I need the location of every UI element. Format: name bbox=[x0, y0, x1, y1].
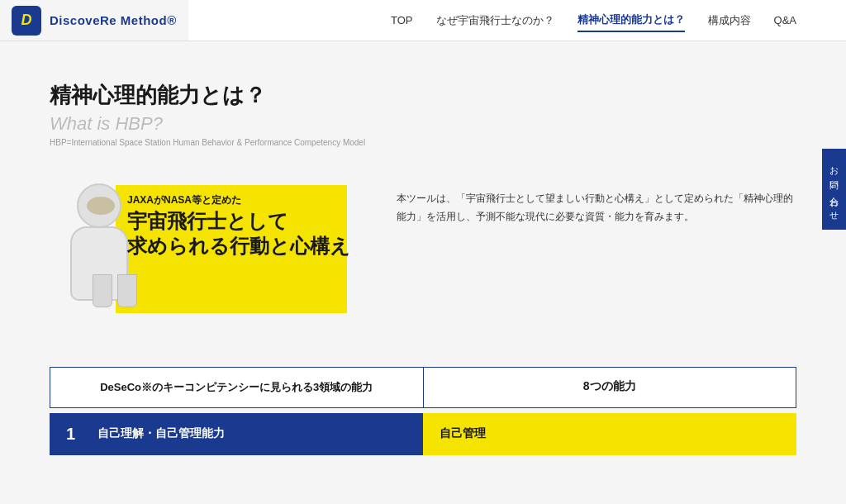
table-header-row: DeSeCo※のキーコンピテンシーに見られる3領域の能力 8つの能力 bbox=[50, 367, 796, 408]
page-title-english: What is HBP? bbox=[50, 113, 796, 135]
logo-block: D DiscoveRe Method® bbox=[0, 0, 188, 40]
table-data-left-1: 1 自己理解・自己管理能力 bbox=[50, 413, 423, 455]
logo-icon: D bbox=[12, 6, 41, 36]
astronaut-label-line1: 宇宙飛行士として bbox=[127, 210, 288, 232]
header: D DiscoveRe Method® TOP なぜ宇宙飛行士なのか？ 精神心理… bbox=[0, 0, 846, 41]
nav-item-hbp[interactable]: 精神心理的能力とは？ bbox=[577, 9, 685, 32]
page-title-japanese: 精神心理的能力とは？ bbox=[50, 81, 796, 110]
table-header-left: DeSeCo※のキーコンピテンシーに見られる3領域の能力 bbox=[50, 367, 424, 408]
side-contact-button[interactable]: お問い合わせ bbox=[822, 149, 846, 230]
table-data-right-1: 自己管理 bbox=[423, 413, 796, 455]
astronaut-description: 本ツールは、「宇宙飛行士として望ましい行動と心構え」として定められた「精神心理的… bbox=[397, 177, 796, 226]
astronaut-leg-right bbox=[117, 274, 137, 307]
nav-item-why[interactable]: なぜ宇宙飛行士なのか？ bbox=[436, 10, 554, 31]
page-subtitle: HBP=International Space Station Human Be… bbox=[50, 138, 796, 147]
astronaut-leg-left bbox=[93, 274, 112, 307]
astronaut-section: JAXAがNASA等と定めた 宇宙飛行士として 求められる行動と心構え 本ツール… bbox=[50, 177, 796, 326]
logo-text: DiscoveRe Method® bbox=[50, 13, 177, 27]
astronaut-label-line2: 求められる行動と心構え bbox=[127, 235, 350, 257]
page-heading: 精神心理的能力とは？ What is HBP? HBP=Internationa… bbox=[50, 81, 796, 147]
table-section: DeSeCo※のキーコンピテンシーに見られる3領域の能力 8つの能力 1 自己理… bbox=[50, 367, 796, 455]
nav-item-top[interactable]: TOP bbox=[391, 11, 413, 30]
nav-item-content[interactable]: 構成内容 bbox=[708, 10, 751, 31]
main-nav: TOP なぜ宇宙飛行士なのか？ 精神心理的能力とは？ 構成内容 Q&A bbox=[391, 0, 846, 40]
table-data-row-1: 1 自己理解・自己管理能力 自己管理 bbox=[50, 413, 796, 455]
table-header-right: 8つの能力 bbox=[424, 367, 797, 408]
astronaut-label-small: JAXAがNASA等と定めた bbox=[127, 193, 350, 207]
astronaut-visor bbox=[87, 197, 115, 215]
astronaut-text-block: JAXAがNASA等と定めた 宇宙飛行士として 求められる行動と心構え bbox=[116, 185, 362, 267]
row-number-1: 1 bbox=[66, 425, 86, 444]
nav-item-qa[interactable]: Q&A bbox=[774, 11, 796, 30]
row-label-1: 自己理解・自己管理能力 bbox=[97, 426, 225, 441]
astronaut-label-large: 宇宙飛行士として 求められる行動と心構え bbox=[127, 209, 350, 259]
main-content: 精神心理的能力とは？ What is HBP? HBP=Internationa… bbox=[0, 41, 846, 455]
astronaut-visual: JAXAがNASA等と定めた 宇宙飛行士として 求められる行動と心構え bbox=[50, 177, 364, 326]
astronaut-head bbox=[77, 183, 121, 228]
